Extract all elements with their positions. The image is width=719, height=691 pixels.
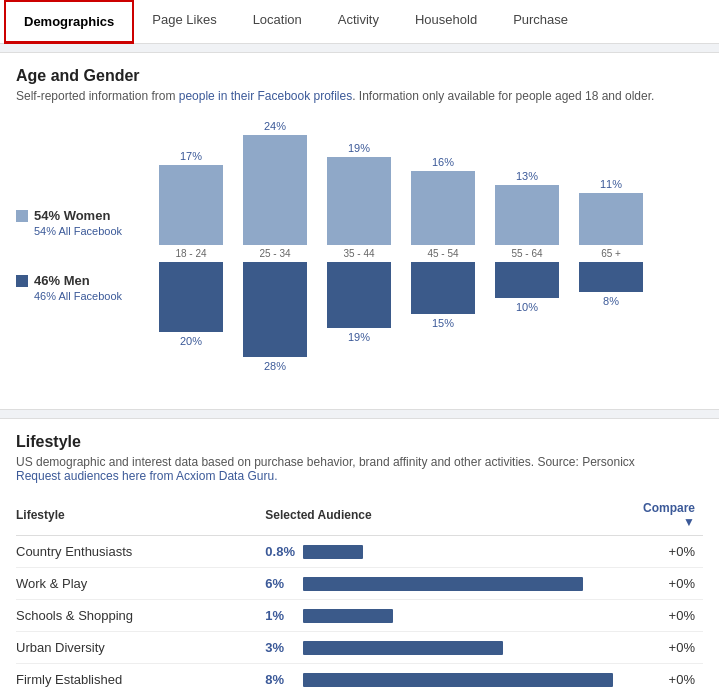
col-compare[interactable]: Compare ▼ (643, 495, 703, 536)
lifestyle-compare: +0% (643, 568, 703, 600)
women-label: 54% Women (16, 208, 146, 223)
bar-group-women-25: 24% (240, 120, 310, 245)
lifestyle-compare: +0% (643, 600, 703, 632)
lifestyle-name: Firmly Established (16, 664, 265, 692)
women-pct-55: 13% (516, 170, 538, 182)
bar-group-women-45: 16% (408, 156, 478, 245)
lifestyle-bar (303, 609, 393, 623)
compare-chevron-icon: ▼ (683, 515, 695, 529)
men-bar-25 (243, 262, 307, 357)
tab-page-likes[interactable]: Page Likes (134, 0, 234, 43)
men-bar-18 (159, 262, 223, 332)
lifestyle-name: Urban Diversity (16, 632, 265, 664)
divider-space (16, 245, 146, 265)
bar-group-men-25: 28% (240, 262, 310, 372)
bars-container: 17% 24% 19% 16% (146, 115, 703, 395)
lifestyle-subtitle: US demographic and interest data based o… (16, 455, 703, 483)
lifestyle-compare: +0% (643, 536, 703, 568)
age-gender-section: Age and Gender Self-reported information… (0, 52, 719, 410)
lifestyle-table: Lifestyle Selected Audience Compare ▼ Co… (16, 495, 703, 691)
women-dot (16, 210, 28, 222)
men-pct-55: 10% (516, 301, 538, 313)
lifestyle-bar (303, 545, 363, 559)
lifestyle-bar-cell (303, 536, 643, 568)
men-bar-45 (411, 262, 475, 314)
age-label-45: 45 - 54 (408, 248, 478, 259)
women-pct-25: 24% (264, 120, 286, 132)
age-label-25: 25 - 34 (240, 248, 310, 259)
bar-group-women-35: 19% (324, 142, 394, 245)
gender-legend: 54% Women 54% All Facebook 46% Men 46% A… (16, 115, 146, 395)
bar-group-men-65: 8% (576, 262, 646, 307)
age-labels: 18 - 24 25 - 34 35 - 44 45 - 54 55 - 64 … (146, 248, 703, 259)
age-label-65: 65 + (576, 248, 646, 259)
table-row: Firmly Established 8% +0% (16, 664, 703, 692)
women-bar-45 (411, 171, 475, 245)
acxiom-link[interactable]: Request audiences here from Acxiom Data … (16, 469, 277, 483)
women-sub: 54% All Facebook (34, 225, 146, 237)
men-pct-25: 28% (264, 360, 286, 372)
tab-location[interactable]: Location (235, 0, 320, 43)
subtitle-link[interactable]: people in their Facebook profiles (179, 89, 352, 103)
table-header-row: Lifestyle Selected Audience Compare ▼ (16, 495, 703, 536)
age-gender-chart: 54% Women 54% All Facebook 46% Men 46% A… (16, 115, 703, 395)
men-pct-35: 19% (348, 331, 370, 343)
lifestyle-bar (303, 577, 583, 591)
age-gender-title: Age and Gender (16, 67, 703, 85)
lifestyle-name: Work & Play (16, 568, 265, 600)
lifestyle-pct: 0.8% (265, 536, 303, 568)
lifestyle-name: Schools & Shopping (16, 600, 265, 632)
men-bar-55 (495, 262, 559, 298)
tab-household[interactable]: Household (397, 0, 495, 43)
lifestyle-compare: +0% (643, 632, 703, 664)
tab-purchase[interactable]: Purchase (495, 0, 586, 43)
tab-navigation: Demographics Page Likes Location Activit… (0, 0, 719, 44)
women-bar-25 (243, 135, 307, 245)
bar-group-men-55: 10% (492, 262, 562, 313)
age-label-18: 18 - 24 (156, 248, 226, 259)
tab-activity[interactable]: Activity (320, 0, 397, 43)
men-label: 46% Men (16, 273, 146, 288)
age-label-35: 35 - 44 (324, 248, 394, 259)
women-bars-row: 17% 24% 19% 16% (146, 115, 703, 245)
women-pct-45: 16% (432, 156, 454, 168)
women-pct-65: 11% (600, 178, 622, 190)
men-bars-row: 20% 28% 19% 15% (146, 262, 703, 392)
women-pct-35: 19% (348, 142, 370, 154)
women-bar-65 (579, 193, 643, 245)
table-row: Schools & Shopping 1% +0% (16, 600, 703, 632)
lifestyle-name: Country Enthusiasts (16, 536, 265, 568)
men-bar-65 (579, 262, 643, 292)
women-bar-55 (495, 185, 559, 245)
lifestyle-bar (303, 673, 613, 687)
lifestyle-bar-cell (303, 632, 643, 664)
table-row: Urban Diversity 3% +0% (16, 632, 703, 664)
men-pct-65: 8% (603, 295, 619, 307)
bar-group-women-65: 11% (576, 178, 646, 245)
men-legend: 46% Men 46% All Facebook (16, 265, 146, 395)
men-sub: 46% All Facebook (34, 290, 146, 302)
women-bar-35 (327, 157, 391, 245)
men-pct-45: 15% (432, 317, 454, 329)
lifestyle-bar-cell (303, 568, 643, 600)
lifestyle-pct: 1% (265, 600, 303, 632)
lifestyle-pct: 3% (265, 632, 303, 664)
bar-group-men-45: 15% (408, 262, 478, 329)
col-selected-audience: Selected Audience (265, 495, 643, 536)
lifestyle-bar (303, 641, 503, 655)
lifestyle-title: Lifestyle (16, 433, 703, 451)
table-row: Work & Play 6% +0% (16, 568, 703, 600)
tab-demographics[interactable]: Demographics (4, 0, 134, 44)
bar-group-women-55: 13% (492, 170, 562, 245)
bar-group-women-18: 17% (156, 150, 226, 245)
lifestyle-pct: 6% (265, 568, 303, 600)
lifestyle-compare: +0% (643, 664, 703, 692)
bar-group-men-35: 19% (324, 262, 394, 343)
men-dot (16, 275, 28, 287)
lifestyle-pct: 8% (265, 664, 303, 692)
age-gender-subtitle: Self-reported information from people in… (16, 89, 703, 103)
women-legend: 54% Women 54% All Facebook (16, 115, 146, 245)
men-bar-35 (327, 262, 391, 328)
women-bar-18 (159, 165, 223, 245)
lifestyle-bar-cell (303, 664, 643, 692)
